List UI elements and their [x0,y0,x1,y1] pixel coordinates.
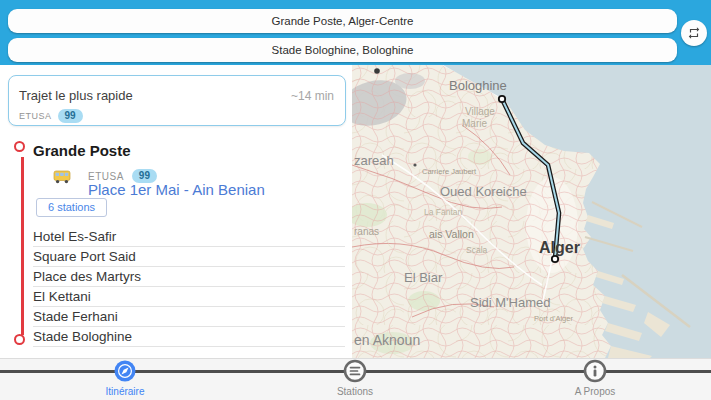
map-label-el-biar: El Biar [404,270,443,285]
line-number-badge: 99 [58,109,83,123]
station-row[interactable]: Place des Martyrs [33,267,345,287]
map-label-carriere-jaubert: Carriere Jaubert [422,167,477,176]
origin-value: Grande Poste, Alger-Centre [272,15,414,27]
operator-label: ETUSA [19,111,52,121]
tab-a-propos-label: A Propos [555,386,635,397]
map-terrain [352,65,711,358]
route-start-marker [14,141,25,152]
map-label-bouzareah: zareah [354,153,394,168]
station-row[interactable]: Square Port Said [33,247,345,267]
stations-count-button[interactable]: 6 stations [36,198,107,217]
map-label-bologhine: Bologhine [449,78,507,93]
itinerary-panel: Trajet le plus rapide ~14 min ETUSA 99 G… [0,65,352,358]
list-icon [342,358,368,384]
station-row[interactable]: Stade Bologhine [33,327,345,347]
map-label-ranas: ranas [354,226,379,237]
map-label-marie: Marie [462,118,487,129]
map-label-oued-koreiche: Oued Koreiche [440,184,527,199]
search-header: Grande Poste, Alger-Centre Stade Bologhi… [0,0,711,65]
bus-icon [53,170,71,184]
map-label-sidi-mhamed: Sidi M'Hamed [470,295,551,310]
leg-line-name[interactable]: Place 1er Mai - Ain Benian [88,181,265,198]
map-label-scala: Scala [466,245,488,255]
station-row[interactable]: Hotel Es-Safir [33,227,345,247]
route-vertical-line [21,157,24,335]
map-label-port-dalger: Port d'Alger [534,314,573,323]
station-row[interactable]: El Kettani [33,287,345,307]
station-list: Hotel Es-Safir Square Port Said Place de… [33,227,345,347]
leg-operator-label: ETUSA [88,171,124,182]
destination-input[interactable]: Stade Bologhine, Bologhine [8,38,677,62]
swap-arrows-icon [687,26,701,40]
transit-app-window: Grande Poste, Alger-Centre Stade Bologhi… [0,0,711,400]
route-start-station: Grande Poste [33,142,131,159]
swap-directions-button[interactable] [681,20,707,46]
tab-itineraire[interactable]: Itinéraire [85,359,165,400]
tab-stations-label: Stations [315,386,395,397]
map-label-la-fantan: La Fantan [424,207,463,217]
tab-itineraire-label: Itinéraire [85,386,165,397]
origin-input[interactable]: Grande Poste, Alger-Centre [8,9,677,33]
map-label-village: Village [465,106,495,117]
compass-icon [112,358,138,384]
info-icon [582,358,608,384]
tab-stations[interactable]: Stations [315,359,395,400]
trip-duration: ~14 min [291,89,334,103]
bottom-navigation: Itinéraire Stations A Propos [0,358,711,400]
map-view[interactable]: Bologhine Village Marie zareah Carriere … [352,65,711,358]
route-end-dot [552,256,558,262]
destination-value: Stade Bologhine, Bologhine [272,44,414,56]
route-start-dot [499,96,505,102]
map-label-alger: Alger [539,239,580,256]
station-row[interactable]: Stade Ferhani [33,307,345,327]
trip-summary-card[interactable]: Trajet le plus rapide ~14 min ETUSA 99 [8,75,346,126]
map-label-ben-aknoun: en Aknoun [354,332,420,348]
tab-a-propos[interactable]: A Propos [555,359,635,400]
route-end-marker [14,334,25,345]
map-label-frais-vallon: ais Vallon [429,228,474,240]
trip-summary-title: Trajet le plus rapide [19,88,133,103]
